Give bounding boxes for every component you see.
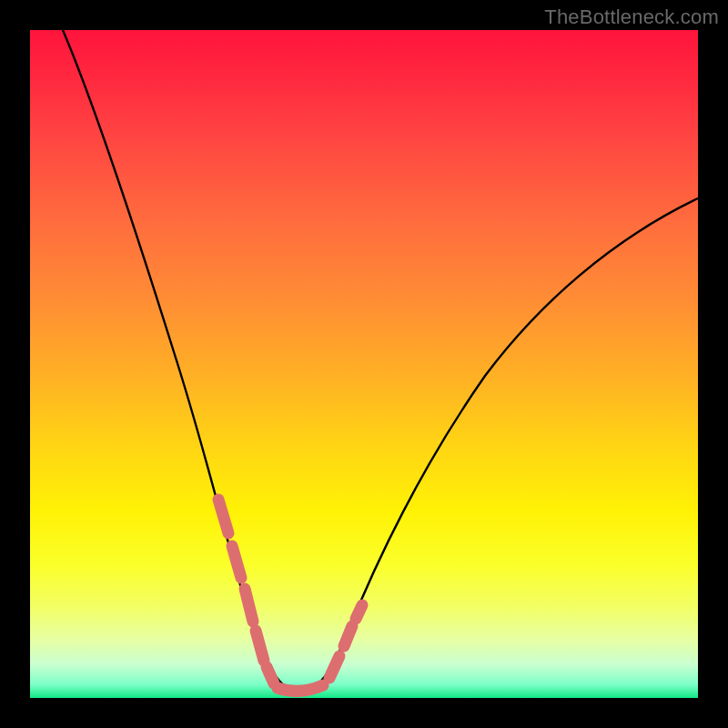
highlight-basin	[278, 685, 323, 691]
highlight-left-1	[218, 500, 228, 533]
plot-area	[30, 30, 698, 698]
highlight-group	[218, 500, 362, 691]
highlight-right-1	[329, 656, 339, 678]
highlight-left-4	[256, 631, 264, 661]
highlight-left-5	[267, 667, 274, 683]
highlight-right-2	[344, 626, 352, 646]
watermark-text: TheBottleneck.com	[544, 5, 719, 29]
highlight-left-3	[245, 589, 253, 622]
bottleneck-curve	[63, 30, 698, 692]
highlight-right-3	[356, 605, 362, 619]
curve-layer	[30, 30, 698, 698]
highlight-left-2	[232, 546, 241, 578]
chart-frame: TheBottleneck.com	[0, 0, 728, 728]
